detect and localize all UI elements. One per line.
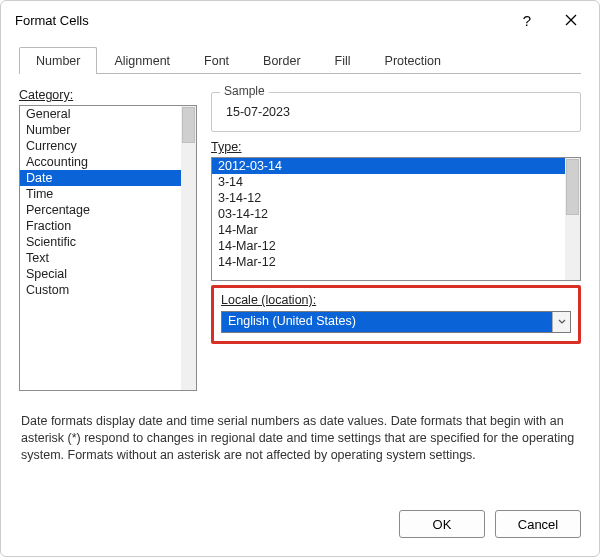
list-item[interactable]: 3-14-12 [212,190,565,206]
locale-highlight: Locale (location): English (United State… [211,285,581,344]
category-label: Category: [19,88,197,102]
type-scrollbar[interactable] [565,158,580,280]
list-item[interactable]: 14-Mar [212,222,565,238]
tab-underline [19,73,581,74]
locale-label: Locale (location): [221,293,316,307]
list-item[interactable]: 14-Mar-12 [212,254,565,270]
locale-value: English (United States) [222,312,552,332]
help-icon: ? [523,12,531,29]
list-item[interactable]: 2012-03-14 [212,158,565,174]
list-item[interactable]: Number [20,122,181,138]
close-icon [565,14,577,26]
list-item[interactable]: Currency [20,138,181,154]
dialog-title: Format Cells [15,13,505,28]
list-item[interactable]: Special [20,266,181,282]
scroll-thumb[interactable] [566,159,579,215]
category-listbox[interactable]: General Number Currency Accounting Date … [19,105,197,391]
list-item[interactable]: Date [20,170,181,186]
locale-combobox[interactable]: English (United States) [221,311,571,333]
format-cells-dialog: Format Cells ? Number Alignment Font Bor… [0,0,600,557]
type-label: Type: [211,140,581,154]
tab-bar: Number Alignment Font Border Fill Protec… [1,39,599,74]
description-text: Date formats display date and time seria… [19,409,581,464]
tab-alignment[interactable]: Alignment [97,47,187,74]
locale-dropdown-button[interactable] [552,312,570,332]
list-item[interactable]: 03-14-12 [212,206,565,222]
type-items: 2012-03-14 3-14 3-14-12 03-14-12 14-Mar … [212,158,565,280]
tab-font[interactable]: Font [187,47,246,74]
list-item[interactable]: Custom [20,282,181,298]
chevron-down-icon [558,319,566,325]
category-scrollbar[interactable] [181,106,196,390]
scroll-thumb[interactable] [182,107,195,143]
type-listbox[interactable]: 2012-03-14 3-14 3-14-12 03-14-12 14-Mar … [211,157,581,281]
list-item[interactable]: Scientific [20,234,181,250]
list-item[interactable]: Percentage [20,202,181,218]
list-item[interactable]: Text [20,250,181,266]
close-button[interactable] [549,5,593,35]
dialog-buttons: OK Cancel [1,496,599,556]
list-item[interactable]: Time [20,186,181,202]
ok-button[interactable]: OK [399,510,485,538]
tab-content: Category: General Number Currency Accoun… [1,74,599,496]
help-button[interactable]: ? [505,5,549,35]
list-item[interactable]: 14-Mar-12 [212,238,565,254]
sample-group: Sample 15-07-2023 [211,92,581,132]
cancel-button[interactable]: Cancel [495,510,581,538]
sample-value: 15-07-2023 [226,105,290,119]
tab-protection[interactable]: Protection [368,47,458,74]
tab-number[interactable]: Number [19,47,97,74]
list-item[interactable]: General [20,106,181,122]
list-item[interactable]: Fraction [20,218,181,234]
titlebar: Format Cells ? [1,1,599,39]
sample-label: Sample [220,84,269,98]
list-item[interactable]: 3-14 [212,174,565,190]
category-items: General Number Currency Accounting Date … [20,106,181,390]
tab-fill[interactable]: Fill [318,47,368,74]
tab-border[interactable]: Border [246,47,318,74]
list-item[interactable]: Accounting [20,154,181,170]
